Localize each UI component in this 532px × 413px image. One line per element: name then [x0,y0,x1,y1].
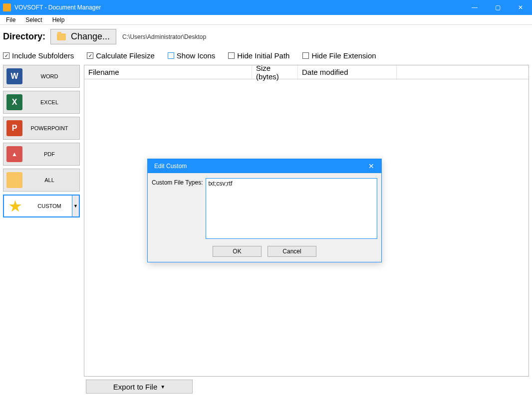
app-icon [3,3,11,11]
sidebar-item-powerpoint[interactable]: P POWERPOINT [3,117,80,140]
option-show-icons[interactable]: Show Icons [168,51,216,60]
column-date[interactable]: Date modified [298,65,397,79]
pdf-icon: ▲ [6,146,22,162]
word-icon: W [6,68,22,84]
menu-select[interactable]: Select [21,16,46,23]
dialog-close-button[interactable]: ✕ [361,159,381,173]
custom-file-types-input[interactable] [206,178,377,239]
dialog-title: Edit Custom [154,163,187,170]
checkbox-icon [302,52,309,59]
dialog-titlebar: Edit Custom ✕ [148,159,381,173]
menu-help[interactable]: Help [48,16,69,23]
option-hide-initial-path[interactable]: Hide Initial Path [228,51,289,60]
directory-label: Directory: [3,31,45,42]
sidebar-item-label: ALL [26,177,79,183]
custom-file-types-label: Custom File Types: [152,178,203,186]
checkbox-icon [168,52,174,59]
change-directory-button[interactable]: Change... [50,29,116,44]
sidebar-item-label: PDF [26,151,79,157]
menu-file[interactable]: File [2,16,19,23]
all-icon [6,172,22,188]
sidebar-item-label: POWERPOINT [26,125,79,131]
export-label: Export to File [113,383,157,391]
option-include-subfolders[interactable]: Include Subfolders [3,51,74,60]
export-to-file-button[interactable]: Export to File ▼ [86,380,193,394]
column-size[interactable]: Size (bytes) [252,65,298,79]
cancel-button[interactable]: Cancel [267,246,316,257]
window-title: VOVSOFT - Document Manager [14,4,101,11]
column-filename[interactable]: Filename [84,65,252,79]
options-row: Include Subfolders Calculate Filesize Sh… [0,48,532,65]
chevron-down-icon: ▼ [160,384,165,390]
excel-icon: X [6,94,22,110]
star-icon: ★ [7,198,23,214]
checkbox-icon [3,52,9,59]
table-header: Filename Size (bytes) Date modified [84,65,529,79]
powerpoint-icon: P [6,120,22,136]
sidebar-item-label: EXCEL [26,99,79,105]
sidebar-item-excel[interactable]: X EXCEL [3,91,80,114]
change-button-label: Change... [71,31,110,42]
edit-custom-dialog: Edit Custom ✕ Custom File Types: OK Canc… [147,159,382,262]
window-titlebar: VOVSOFT - Document Manager — ▢ ✕ [0,0,532,15]
close-button[interactable]: ✕ [509,0,532,15]
custom-dropdown-button[interactable]: ▼ [72,196,79,216]
sidebar-item-label: WORD [26,73,79,79]
checkbox-icon [87,52,93,59]
minimize-button[interactable]: — [463,0,486,15]
folder-icon [57,33,66,40]
sidebar-item-custom[interactable]: ★ CUSTOM ▼ [3,195,80,217]
maximize-button[interactable]: ▢ [486,0,509,15]
sidebar-item-label: CUSTOM [27,203,79,209]
sidebar-item-word[interactable]: W WORD [3,65,80,88]
sidebar: W WORD X EXCEL P POWERPOINT ▲ PDF ALL ★ … [3,65,80,377]
bottom-bar: Export to File ▼ [0,377,532,397]
directory-path: C:\Users\Administrator\Desktop [122,33,206,40]
menubar: File Select Help [0,15,532,25]
sidebar-item-all[interactable]: ALL [3,169,80,192]
ok-button[interactable]: OK [213,246,262,257]
checkbox-icon [228,52,235,59]
option-calculate-filesize[interactable]: Calculate Filesize [87,51,155,60]
option-hide-file-extension[interactable]: Hide File Extension [302,51,376,60]
column-spacer [397,65,529,79]
directory-toolbar: Directory: Change... C:\Users\Administra… [0,25,532,48]
sidebar-item-pdf[interactable]: ▲ PDF [3,143,80,166]
